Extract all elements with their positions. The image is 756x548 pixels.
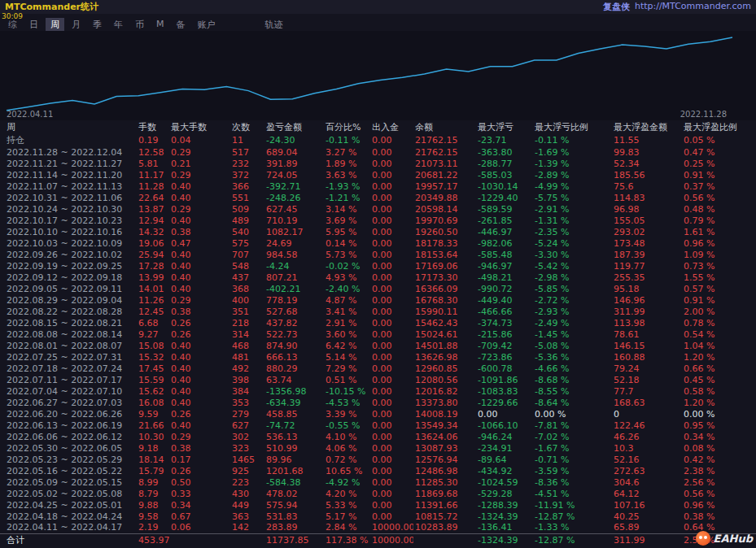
table-row[interactable]: 2022.08.29 ~ 2022.09.0411.260.29400778.1… (0, 294, 756, 306)
table-cell: 0.00 (370, 408, 413, 420)
table-row[interactable]: 2022.05.16 ~ 2022.05.2215.790.269251201.… (0, 465, 756, 476)
tab-trajectory[interactable]: 轨迹 (260, 18, 288, 32)
table-cell: 314 (230, 328, 264, 340)
table-cell: 52.16 (612, 454, 682, 465)
table-cell: 0.00 (370, 431, 413, 442)
table-cell: 1.04 % (682, 340, 756, 351)
table-row[interactable]: 2022.08.01 ~ 2022.08.0715.080.40468874.9… (0, 340, 756, 351)
menu-tab[interactable]: 季 (88, 18, 107, 32)
table-cell: -89.64 (476, 454, 533, 465)
table-row[interactable]: 2022.09.12 ~ 2022.09.1813.990.40437807.2… (0, 272, 756, 283)
eahub-logo-text: EAHub (714, 533, 753, 545)
table-row[interactable]: 2022.07.11 ~ 2022.07.1715.590.4039863.74… (0, 374, 756, 385)
table-row[interactable]: 2022.10.10 ~ 2022.10.1614.320.385401082.… (0, 226, 756, 237)
table-cell: 0.00 (370, 272, 413, 283)
table-cell: 0.38 (169, 442, 230, 454)
table-row[interactable]: 2022.06.20 ~ 2022.06.269.590.26279458.85… (0, 408, 756, 420)
table-cell: -5.36 % (533, 351, 612, 363)
table-row[interactable]: 2022.09.19 ~ 2022.09.2517.280.40548-4.24… (0, 260, 756, 272)
table-row[interactable]: 2022.05.23 ~ 2022.05.2918.140.17146589.9… (0, 454, 756, 465)
table-row[interactable]: 2022.04.25 ~ 2022.05.019.880.34449575.94… (0, 499, 756, 511)
menu-tab[interactable]: M (151, 18, 169, 32)
table-row[interactable]: 2022.07.04 ~ 2022.07.1015.620.40384-1356… (0, 385, 756, 397)
table-cell: -585.48 (476, 249, 533, 260)
table-row[interactable]: 2022.08.15 ~ 2022.08.216.680.26218437.82… (0, 317, 756, 328)
table-row[interactable]: 2022.10.24 ~ 2022.10.3013.870.29509627.4… (0, 203, 756, 215)
table-total-row[interactable]: 合计453.9711737.85117.38 %10000.00-1324.39… (0, 533, 756, 546)
table-cell: 0.51 % (324, 374, 370, 385)
table-cell: 0.00 (370, 306, 413, 317)
table-row[interactable]: 2022.11.14 ~ 2022.11.2011.170.29372724.0… (0, 169, 756, 180)
table-cell: -136.41 (476, 522, 533, 533)
menu-tab[interactable]: 账户 (193, 18, 221, 32)
table-cell: 11.28 (137, 180, 169, 192)
table-cell: -2.93 % (533, 306, 612, 317)
table-cell: 0.00 (370, 134, 413, 146)
table-row[interactable]: 2022.11.28 ~ 2022.12.0412.580.29517689.0… (0, 146, 756, 158)
table-row[interactable]: 2022.09.26 ~ 2022.10.0225.940.40707984.5… (0, 249, 756, 260)
table-cell: 2022.08.15 ~ 2022.08.21 (0, 317, 137, 328)
table-cell: 12576.94 (413, 454, 476, 465)
table-cell: 0.06 (169, 522, 230, 533)
x-axis-end-label: 2022.11.28 (680, 110, 727, 119)
table-row[interactable]: 2022.10.31 ~ 2022.11.0622.640.40551-248.… (0, 192, 756, 203)
table-row[interactable]: 2022.04.18 ~ 2022.04.249.580.67363531.83… (0, 511, 756, 522)
table-cell: 185.56 (612, 169, 682, 180)
table-cell: 21762.15 (413, 134, 476, 146)
table-cell: -4.66 % (533, 363, 612, 374)
table-row[interactable]: 2022.09.05 ~ 2022.09.1114.010.40368-402.… (0, 283, 756, 294)
table-cell: 25.94 (137, 249, 169, 260)
table-cell: 1465 (230, 454, 264, 465)
menu-tab[interactable]: 周 (46, 18, 64, 32)
table-cell: 232 (230, 158, 264, 169)
table-cell: 10000.00 (370, 522, 413, 533)
table-cell: 20349.88 (413, 192, 476, 203)
table-cell: 4.06 % (324, 442, 370, 454)
menu-tab[interactable]: 年 (109, 18, 128, 32)
table-row[interactable]: 2022.11.21 ~ 2022.11.275.810.21232391.89… (0, 158, 756, 169)
menu-tab[interactable]: 综 (3, 18, 22, 32)
table-cell: 16.08 (137, 397, 169, 408)
table-cell: 2.19 (137, 522, 169, 533)
table-cell: 12.94 (137, 215, 169, 226)
table-row[interactable]: 2022.08.08 ~ 2022.08.149.270.26314522.73… (0, 328, 756, 340)
menu-tab[interactable]: 备 (172, 18, 190, 32)
table-row[interactable]: 2022.06.27 ~ 2022.07.0316.080.40353-634.… (0, 397, 756, 408)
table-cell: 4.20 % (324, 488, 370, 499)
table-cell: 323 (230, 442, 264, 454)
table-cell: 0.40 (169, 420, 230, 431)
table-cell: -24.30 (264, 134, 324, 146)
table-row[interactable]: 2022.10.03 ~ 2022.10.0919.060.4757524.69… (0, 237, 756, 249)
menu-tab[interactable]: 月 (67, 18, 85, 32)
table-cell: -1229.40 (476, 192, 533, 203)
table-row[interactable]: 2022.10.17 ~ 2022.10.2312.940.40489710.1… (0, 215, 756, 226)
table-row[interactable]: 2022.11.07 ~ 2022.11.1311.280.40366-392.… (0, 180, 756, 192)
table-column-header: 次数 (230, 120, 264, 134)
table-row[interactable]: 持仓0.190.0411-24.30-0.11 %0.0021762.15-23… (0, 134, 756, 146)
table-row[interactable]: 2022.05.30 ~ 2022.06.059.180.38323510.99… (0, 442, 756, 454)
brand-url-link[interactable]: http://MTCommander.com (635, 1, 751, 13)
table-cell: 19957.17 (413, 180, 476, 192)
equity-chart: 2022.04.11 2022.11.28 (0, 31, 756, 120)
table-row[interactable]: 2022.07.25 ~ 2022.07.3115.320.40481666.1… (0, 351, 756, 363)
table-cell: 2.38 % (682, 465, 756, 476)
table-row[interactable]: 2022.05.02 ~ 2022.05.088.790.33430478.02… (0, 488, 756, 499)
table-row[interactable]: 2022.04.11 ~ 2022.04.172.190.06142283.89… (0, 522, 756, 533)
menu-tab[interactable]: 日 (24, 18, 43, 32)
table-cell: 10000.00 (370, 533, 413, 546)
table-cell: 223 (230, 476, 264, 488)
menu-tab[interactable]: 币 (130, 18, 149, 32)
table-cell: 0.00 (370, 442, 413, 454)
table-row[interactable]: 2022.05.09 ~ 2022.05.158.990.50223-584.3… (0, 476, 756, 488)
table-cell: -982.06 (476, 237, 533, 249)
table-row[interactable]: 2022.08.22 ~ 2022.08.2812.450.38351527.6… (0, 306, 756, 317)
table-cell: 12080.56 (413, 374, 476, 385)
table-row[interactable]: 2022.06.13 ~ 2022.06.1921.660.40627-74.7… (0, 420, 756, 431)
table-cell: 0.45 % (682, 374, 756, 385)
table-row[interactable]: 2022.06.06 ~ 2022.06.1210.300.29302536.1… (0, 431, 756, 442)
table-cell: 2022.04.18 ~ 2022.04.24 (0, 511, 137, 522)
table-cell: 0.08 % (682, 442, 756, 454)
table-cell: 12960.85 (413, 363, 476, 374)
table-cell: 15990.11 (413, 306, 476, 317)
table-row[interactable]: 2022.07.18 ~ 2022.07.2417.450.40492880.2… (0, 363, 756, 374)
